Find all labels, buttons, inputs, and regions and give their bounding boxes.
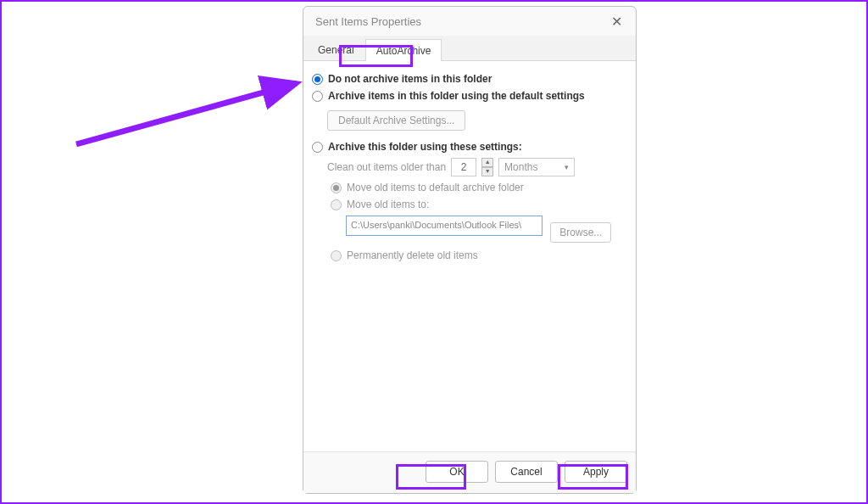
clean-out-row: Clean out items older than ▲ ▼ Months ▾ [327,158,624,176]
chevron-down-icon: ▾ [565,163,569,171]
unit-value: Months [504,161,537,173]
radio-icon[interactable] [331,250,342,261]
option-perm-delete[interactable]: Permanently delete old items [331,249,624,261]
option-label: Move old items to default archive folder [347,182,524,193]
clean-out-value-input[interactable] [451,158,476,176]
default-archive-settings-button[interactable]: Default Archive Settings... [327,110,465,131]
tab-autoarchive[interactable]: AutoArchive [365,39,442,61]
radio-icon[interactable] [331,199,342,210]
autoarchive-panel: Do not archive items in this folder Arch… [303,61,636,451]
option-label: Archive this folder using these settings… [328,141,522,153]
archive-path-input[interactable]: C:\Users\panki\Documents\Outlook Files\ [346,216,542,236]
tab-row: General AutoArchive [303,36,636,61]
option-label: Do not archive items in this folder [328,73,492,85]
radio-icon[interactable] [312,142,323,153]
option-move-default[interactable]: Move old items to default archive folder [331,182,624,193]
radio-icon[interactable] [312,74,323,85]
dialog-footer: OK Cancel Apply [303,451,636,493]
unit-select[interactable]: Months ▾ [498,158,575,176]
radio-icon[interactable] [331,182,342,193]
spin-down-icon[interactable]: ▼ [481,167,493,176]
option-custom-settings[interactable]: Archive this folder using these settings… [312,141,624,153]
option-move-to[interactable]: Move old items to: [331,199,624,210]
browse-button[interactable]: Browse... [550,222,611,243]
dialog-title: Sent Items Properties [315,15,606,28]
spin-up-icon[interactable]: ▲ [481,158,493,167]
properties-dialog: Sent Items Properties ✕ General AutoArch… [303,6,637,494]
cancel-button[interactable]: Cancel [495,461,558,483]
clean-out-label: Clean out items older than [327,161,446,173]
spinner: ▲ ▼ [481,158,493,176]
option-do-not-archive[interactable]: Do not archive items in this folder [312,73,624,85]
option-label: Permanently delete old items [347,249,478,261]
radio-icon[interactable] [312,91,323,102]
option-label: Archive items in this folder using the d… [328,90,585,102]
tab-general[interactable]: General [307,38,365,60]
option-default-settings[interactable]: Archive items in this folder using the d… [312,90,624,102]
close-icon[interactable]: ✕ [606,12,627,31]
ok-button[interactable]: OK [426,461,488,483]
apply-button[interactable]: Apply [565,461,627,483]
titlebar: Sent Items Properties ✕ [303,7,636,36]
option-label: Move old items to: [347,199,429,210]
